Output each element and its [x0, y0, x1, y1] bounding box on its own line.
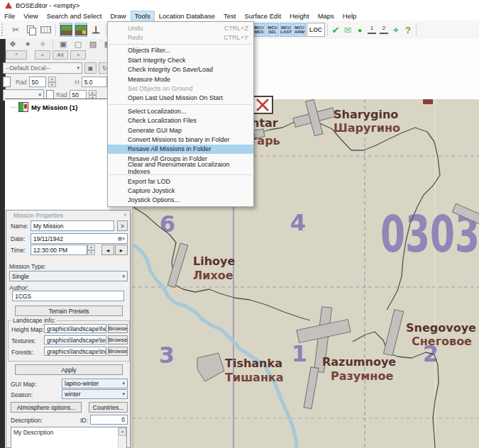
- terrain-presets-button[interactable]: Terrain Presets: [15, 306, 123, 316]
- line-width-1-icon[interactable]: 1: [366, 26, 378, 34]
- height-map-browse-button[interactable]: Browse: [108, 324, 128, 333]
- menu-view[interactable]: View: [19, 11, 42, 21]
- atmosphere-options-button[interactable]: Atmosphere options...: [11, 402, 82, 413]
- menu-item-convert-missions-to-binary[interactable]: Convert Missions to binary in Folder: [108, 135, 253, 144]
- menu-item-check-localization-files[interactable]: Check Localization Files: [108, 116, 253, 125]
- link-target-icon[interactable]: ✧: [36, 39, 49, 50]
- menu-item-clear-reenumerate-localization[interactable]: Clear and Reenumerate Localizaion Indexe…: [108, 163, 253, 172]
- time-stepper[interactable]: ▴ ▾: [87, 245, 95, 255]
- season-combobox[interactable]: winter ▾: [62, 389, 128, 399]
- menu-item-generate-gui-map[interactable]: Generate GUI Map: [108, 125, 253, 135]
- date-input[interactable]: 19/11/1942 ▦▾: [31, 233, 128, 244]
- loc-button[interactable]: LOC: [307, 23, 325, 37]
- forests-input[interactable]: graphics\landscape\trees\w: [44, 347, 106, 356]
- help-icon[interactable]: ?: [402, 25, 414, 35]
- step-down-icon[interactable]: ▾: [87, 250, 95, 256]
- forests-browse-button[interactable]: Browse: [108, 347, 128, 356]
- menu-help[interactable]: Help: [338, 11, 361, 21]
- copy-icon[interactable]: [24, 23, 37, 37]
- menu-item-undo[interactable]: UndoCTRL+Z: [108, 23, 253, 33]
- color-swatch[interactable]: [3, 77, 11, 87]
- menu-item-export-far-lod[interactable]: Export far LOD: [108, 177, 253, 186]
- menu-test[interactable]: Test: [219, 11, 240, 21]
- scroll-up-icon[interactable]: ▴: [119, 427, 126, 436]
- step-down-icon[interactable]: ▾: [48, 82, 56, 88]
- menu-item-objects-filter[interactable]: Objects Filter...: [108, 46, 253, 55]
- name-input[interactable]: My Mission: [31, 220, 114, 231]
- close-icon[interactable]: ×: [123, 211, 127, 218]
- id-input[interactable]: 0: [90, 415, 128, 425]
- decal-combobox[interactable]: --Default Decal-- ▾: [3, 62, 82, 74]
- terrain-edit-button[interactable]: [75, 23, 87, 37]
- mail-icon[interactable]: ✉: [342, 25, 353, 35]
- link-chain-icon[interactable]: ✦: [21, 39, 34, 50]
- countries-button[interactable]: Countries...: [89, 402, 128, 413]
- textures-browse-button[interactable]: Browse: [108, 335, 128, 345]
- step-up-icon[interactable]: ▴: [87, 245, 95, 250]
- rad-input[interactable]: 50: [29, 77, 46, 87]
- mission-type-value: Single: [12, 273, 29, 280]
- menu-item-resave-all-missions[interactable]: Resave All Missions in Folder: [108, 145, 253, 154]
- menu-item-start-integrity-check[interactable]: Start Integrity Check: [108, 55, 253, 65]
- menu-location-database[interactable]: Location Database: [155, 11, 219, 21]
- terrain-view-button[interactable]: [60, 23, 72, 37]
- star-filter-button[interactable]: *: [6, 50, 27, 60]
- scrollbar[interactable]: ▴: [118, 427, 126, 448]
- menu-draw[interactable]: Draw: [106, 11, 130, 21]
- frame-empty-icon[interactable]: ▢: [72, 39, 84, 50]
- description-textarea[interactable]: My Description ▴: [11, 427, 127, 448]
- mcu-sel-button[interactable]: MCU SEL: [266, 23, 279, 37]
- author-input[interactable]: 1CGS: [12, 291, 124, 301]
- menu-item-set-objects-on-ground[interactable]: Set Objects on Ground: [108, 84, 253, 93]
- apply-button[interactable]: Apply: [15, 364, 123, 375]
- textures-input[interactable]: graphics\landscape\texture: [44, 335, 106, 345]
- menu-maps[interactable]: Maps: [314, 11, 338, 21]
- toolbar-grip[interactable]: [1, 23, 5, 36]
- time-prev-button[interactable]: ◂: [101, 245, 114, 255]
- mcu-arw-button[interactable]: MCU ARW: [293, 23, 306, 37]
- menu-item-redo[interactable]: RedoCTRL+Y: [108, 33, 253, 42]
- poi-icon[interactable]: ⌖: [390, 24, 402, 36]
- menu-item-joystick-options[interactable]: Joystick Options...: [108, 196, 253, 205]
- toolbar-separator: [55, 23, 56, 36]
- gui-map-combobox[interactable]: lapino-winter ▾: [62, 379, 128, 388]
- line-width-2-icon[interactable]: 2: [378, 26, 390, 34]
- decal-image-button[interactable]: ▣: [84, 62, 97, 74]
- cut-icon[interactable]: ✂: [9, 23, 22, 37]
- set-on-ground-icon[interactable]: ⊥: [89, 23, 102, 37]
- mission-type-combobox[interactable]: Single ▾: [9, 271, 128, 281]
- step-up-icon[interactable]: ▴: [89, 90, 97, 96]
- all-button[interactable]: All: [53, 50, 68, 60]
- next-button[interactable]: >: [70, 50, 86, 60]
- measure-icon[interactable]: [39, 23, 52, 37]
- menu-file[interactable]: File: [0, 11, 19, 21]
- check-icon[interactable]: ✔: [330, 25, 341, 35]
- menu-item-check-integrity-on-save-load[interactable]: Check Integrity On Save/Load: [108, 65, 253, 74]
- prev-button[interactable]: <: [35, 50, 50, 60]
- name-more-button[interactable]: >: [117, 220, 128, 231]
- time-input[interactable]: 12:30:00 PM: [31, 245, 87, 255]
- record-dot-icon[interactable]: ●: [354, 26, 365, 34]
- menu-search-and-select[interactable]: Search and Select: [43, 11, 106, 21]
- step-up-icon[interactable]: ▴: [48, 77, 56, 82]
- calendar-dropdown-icon[interactable]: ▦▾: [118, 236, 125, 242]
- place-label-ru: Разумное: [331, 369, 393, 383]
- menu-surface-edit[interactable]: Surface Edit: [240, 11, 285, 21]
- place-label-ru: Снеговое: [412, 335, 472, 348]
- mcu-mes-button[interactable]: MCU MES: [253, 23, 265, 37]
- menu-item-select-localization[interactable]: Select Localization...: [108, 106, 253, 116]
- link-nodes-icon[interactable]: ❖: [6, 39, 19, 50]
- h-input[interactable]: 5.0: [82, 77, 107, 87]
- mcu-last-button[interactable]: MCU LAST: [280, 23, 292, 37]
- menu-height[interactable]: Height: [285, 11, 313, 21]
- menu-tools[interactable]: Tools: [131, 11, 155, 21]
- frame-select-icon[interactable]: ▣: [57, 39, 70, 50]
- menu-item-open-last-used-mission[interactable]: Open Last Used Mission On Start: [108, 94, 253, 103]
- time-next-button[interactable]: ▸: [115, 245, 128, 255]
- frame-hatch-icon[interactable]: ▨: [87, 39, 99, 50]
- menu-item-measure-mode[interactable]: Measure Mode: [108, 74, 253, 84]
- tools-dropdown-menu: UndoCTRL+Z RedoCTRL+Y Objects Filter... …: [107, 21, 254, 207]
- menu-item-capture-joystick[interactable]: Capture Joystick: [108, 186, 253, 195]
- height-map-input[interactable]: graphics\landscape\height.h: [44, 324, 106, 333]
- rad-stepper[interactable]: ▴ ▾: [48, 77, 56, 87]
